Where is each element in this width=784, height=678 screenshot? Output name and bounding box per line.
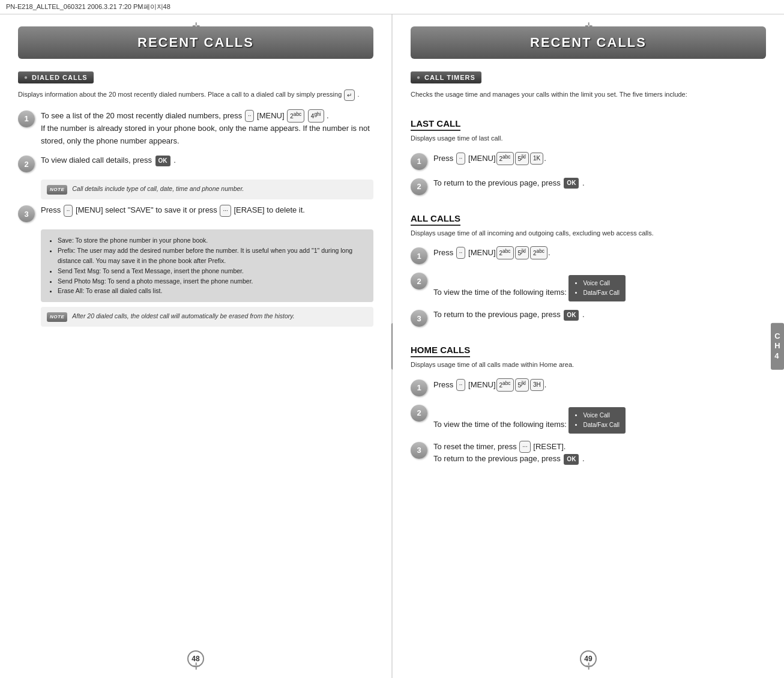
reg-mark-top-left: ✛ (192, 20, 200, 32)
call-timers-intro: Checks the usage time and manages your c… (411, 89, 766, 100)
ac-key-2b: 2abc (530, 246, 547, 259)
bullet-item-1: Save: To store the phone number in your … (58, 235, 365, 246)
right-side-tab: CH4 (771, 322, 784, 370)
home-calls-step-2-num: 2 (411, 405, 427, 422)
home-calls-voice: Voice Call (583, 411, 620, 420)
left-page-title: RECENT CALLS (18, 35, 373, 50)
bullet-item-4: Send Photo Msg: To send a photo message,… (58, 276, 365, 286)
ok-button-ac: OK (564, 310, 579, 321)
reg-mark-bottom-right: ✛ (585, 661, 593, 672)
step-1-number: 1 (18, 110, 35, 127)
last-call-step-2-num: 2 (411, 178, 427, 195)
home-calls-data: Data/Fax Call (583, 420, 620, 430)
step-1: 1 To see a list of the 20 most recently … (18, 109, 373, 148)
all-calls-step-1-num: 1 (411, 247, 427, 264)
all-calls-step-2: 2 To view the time of the following item… (411, 271, 766, 301)
reg-mark-top-right: ✛ (585, 20, 593, 32)
home-calls-step-2: 2 To view the time of the following item… (411, 404, 766, 434)
hc-menu-key: ·· (456, 379, 466, 391)
bullet-box: Save: To store the phone number in your … (41, 229, 373, 302)
dialed-calls-section: DIALED CALLS Displays information about … (18, 71, 373, 327)
step-2-number: 2 (18, 156, 35, 172)
call-timers-badge: CALL TIMERS (411, 71, 481, 83)
send-key-intro: ↵ (344, 89, 355, 101)
left-page: ✛ RECENT CALLS DIALED CALLS Displays inf… (0, 14, 393, 678)
home-calls-step-1: 1 Press ·· [MENU]2abc5jkl3H. (411, 378, 766, 396)
call-timers-section: CALL TIMERS Checks the usage time and ma… (411, 71, 766, 465)
all-calls-title: ALL CALLS (411, 213, 460, 226)
key-4: 4ghi (308, 109, 324, 123)
all-calls-voice: Voice Call (583, 279, 620, 288)
all-calls-desc: Displays usage time of all incoming and … (411, 228, 766, 238)
all-calls-step-3-num: 3 (411, 310, 427, 327)
bullet-item-2: Prefix: The user may add the desired num… (58, 246, 365, 266)
last-call-title: LAST CALL (411, 118, 460, 131)
lc-menu-key: ·· (456, 153, 466, 165)
ac-menu-key: ·· (456, 247, 466, 259)
note-box-1: NOTE Call details include type of call, … (41, 180, 373, 199)
top-bar-text: PN-E218_ALLTEL_060321 2006.3.21 7:20 PM페… (6, 3, 170, 10)
note-badge-2: NOTE (47, 312, 67, 322)
all-calls-step-3: 3 To return to the previous page, press … (411, 309, 766, 327)
step-3-content: Press ·· [MENU] select "SAVE" to save it… (41, 204, 373, 217)
ok-button-2: OK (155, 156, 170, 166)
home-calls-step-3: 3 To reset the timer, press ··· [RESET].… (411, 441, 766, 466)
hc-reset-key: ··· (519, 441, 530, 453)
note-text-2: After 20 dialed calls, the oldest call w… (72, 312, 294, 321)
right-page-title: RECENT CALLS (411, 35, 766, 50)
ac-key-2: 2abc (496, 246, 514, 259)
home-calls-step-1-num: 1 (411, 380, 427, 396)
step-1-content: To see a list of the 20 most recently di… (41, 109, 373, 148)
last-call-step-2: 2 To return to the previous page, press … (411, 177, 766, 195)
home-calls-step-1-content: Press ·· [MENU]2abc5jkl3H. (433, 378, 766, 392)
last-call-step-1-content: Press ·· [MENU]2abc5jkl1K. (433, 152, 766, 165)
lc-key-5: 5jkl (515, 152, 529, 165)
step-2-content: To view dialed call details, press OK . (41, 154, 373, 167)
home-calls-step-3-num: 3 (411, 442, 427, 459)
all-calls-step-1-content: Press ·· [MENU]2abc5jkl2abc. (433, 246, 766, 259)
hc-key-3h: 3H (530, 379, 544, 391)
step-2: 2 To view dialed call details, press OK … (18, 154, 373, 172)
top-bar: PN-E218_ALLTEL_060321 2006.3.21 7:20 PM페… (0, 0, 784, 14)
note-box-2: NOTE After 20 dialed calls, the oldest c… (41, 307, 373, 327)
last-call-step-1: 1 Press ·· [MENU]2abc5jkl1K. (411, 152, 766, 170)
all-calls-step-2-content: To view the time of the following items:… (433, 271, 766, 301)
last-call-step-1-num: 1 (411, 153, 427, 170)
ok-button-lc: OK (564, 178, 579, 189)
dialed-calls-intro: Displays information about the 20 most r… (18, 89, 373, 101)
step-3-number: 3 (18, 205, 35, 222)
note-text-1: Call details include type of call, date,… (72, 184, 244, 194)
reg-mark-bottom-left: ✛ (192, 661, 200, 672)
all-calls-subbullets: Voice Call Data/Fax Call (568, 275, 626, 301)
last-call-step-2-content: To return to the previous page, press OK… (433, 177, 766, 190)
menu-key-3a: ·· (64, 205, 73, 217)
all-calls-data: Data/Fax Call (583, 288, 620, 298)
menu-key-3b: ··· (220, 205, 231, 217)
all-calls-step-2-num: 2 (411, 273, 427, 289)
right-page: ✛ RECENT CALLS CALL TIMERS Checks the us… (393, 14, 784, 678)
ac-key-5: 5jkl (515, 246, 529, 259)
home-calls-subbullets: Voice Call Data/Fax Call (568, 407, 626, 434)
dialed-calls-badge: DIALED CALLS (18, 71, 94, 83)
bullet-list: Save: To store the phone number in your … (49, 235, 365, 296)
step-3: 3 Press ·· [MENU] select "SAVE" to save … (18, 204, 373, 222)
lc-key-2: 2abc (496, 152, 514, 165)
ok-button-hc: OK (564, 454, 579, 465)
home-calls-step-2-content: To view the time of the following items:… (433, 404, 766, 434)
menu-key-1: ·· (245, 110, 255, 122)
bullet-item-5: Erase All: To erase all dialed calls lis… (58, 286, 365, 296)
key-2: 2abc (287, 109, 304, 123)
home-calls-step-3-content: To reset the timer, press ··· [RESET]. T… (433, 441, 766, 466)
hc-key-5: 5jkl (515, 378, 529, 392)
lc-key-1k: 1K (530, 153, 543, 165)
note-badge-1: NOTE (47, 185, 67, 195)
bullet-item-3: Send Text Msg: To send a Text Message, i… (58, 266, 365, 276)
home-calls-desc: Displays usage time of all calls made wi… (411, 360, 766, 370)
last-call-desc: Displays usage time of last call. (411, 133, 766, 144)
all-calls-step-1: 1 Press ·· [MENU]2abc5jkl2abc. (411, 246, 766, 264)
home-calls-title: HOME CALLS (411, 345, 470, 357)
hc-key-2: 2abc (496, 378, 514, 392)
all-calls-step-3-content: To return to the previous page, press OK… (433, 309, 766, 321)
